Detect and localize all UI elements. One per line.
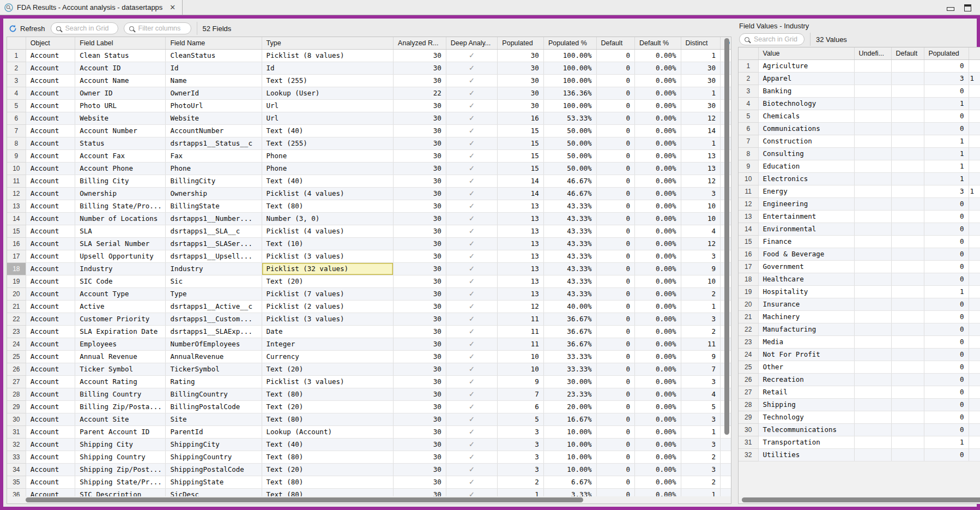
cell-populated[interactable]: 13 bbox=[498, 275, 544, 287]
cell-undefined[interactable] bbox=[854, 411, 891, 423]
cell-default-pct[interactable]: 0.00% bbox=[634, 62, 681, 74]
cell-default-pct[interactable]: 0.00% bbox=[634, 162, 681, 175]
cell-type[interactable]: Text (80) bbox=[262, 476, 394, 488]
cell-field-name[interactable]: dsrtapps1__Status__c bbox=[166, 137, 262, 149]
cell-deep-analyzed[interactable]: ✓ bbox=[446, 237, 498, 250]
cell-deep-analyzed[interactable]: ✓ bbox=[446, 187, 498, 200]
cell-populated-pct[interactable]: 53.33% bbox=[543, 112, 596, 124]
cell-object[interactable]: Account bbox=[26, 476, 75, 488]
cell-field-label[interactable]: Billing Zip/Posta... bbox=[75, 400, 166, 413]
cell-distinct[interactable]: 11 bbox=[681, 338, 720, 350]
column-header-Populated[interactable]: Populated bbox=[498, 37, 544, 49]
cell-field-label[interactable]: Ownership bbox=[75, 187, 166, 200]
cell-populated[interactable]: 2 bbox=[498, 476, 544, 488]
cell-deep-analyzed[interactable]: ✓ bbox=[446, 338, 498, 350]
row-number[interactable]: 1 bbox=[7, 49, 26, 62]
cell-default[interactable] bbox=[891, 411, 924, 423]
cell-populated-pct-cut[interactable]: 1 bbox=[969, 72, 980, 85]
cell-distinct[interactable]: 4 bbox=[681, 225, 720, 237]
cell-analyzed-rows[interactable]: 30 bbox=[394, 200, 446, 212]
row-number[interactable]: 6 bbox=[739, 122, 758, 135]
cell-populated[interactable]: 0 bbox=[924, 260, 969, 273]
cell-default[interactable]: 0 bbox=[596, 162, 634, 175]
cell-value[interactable]: Food & Beverage bbox=[758, 248, 854, 260]
cell-value[interactable]: Recreation bbox=[758, 373, 854, 386]
cell-default-pct[interactable]: 0.00% bbox=[634, 225, 681, 237]
cell-distinct[interactable]: 9 bbox=[681, 350, 720, 363]
row-number[interactable]: 8 bbox=[739, 147, 758, 160]
cell-field-name[interactable]: NumberOfEmployees bbox=[166, 338, 262, 350]
cell-populated-pct-cut[interactable] bbox=[969, 310, 980, 323]
cell-populated-pct[interactable]: 100.00% bbox=[543, 62, 596, 74]
cell-deep-analyzed[interactable]: ✓ bbox=[446, 62, 498, 74]
cell-deep-analyzed[interactable]: ✓ bbox=[446, 400, 498, 413]
cell-deep-analyzed[interactable]: ✓ bbox=[446, 350, 498, 363]
cell-undefined[interactable] bbox=[854, 85, 891, 97]
cell-default[interactable]: 0 bbox=[596, 99, 634, 112]
cell-analyzed-rows[interactable]: 30 bbox=[394, 438, 446, 451]
cell-field-name[interactable]: Type bbox=[166, 287, 262, 300]
cell-undefined[interactable] bbox=[854, 298, 891, 310]
cell-default-pct[interactable]: 0.00% bbox=[634, 49, 681, 62]
cell-default-pct[interactable]: 0.00% bbox=[634, 237, 681, 250]
cell-default[interactable] bbox=[891, 110, 924, 122]
cell-field-name[interactable]: Website bbox=[166, 112, 262, 124]
row-number[interactable]: 4 bbox=[7, 87, 26, 99]
refresh-button[interactable]: Refresh bbox=[9, 25, 45, 33]
cell-populated-pct[interactable]: 36.67% bbox=[543, 338, 596, 350]
cell-field-label[interactable]: Photo URL bbox=[75, 99, 166, 112]
cell-populated-pct[interactable]: 43.33% bbox=[543, 212, 596, 225]
cell-object[interactable]: Account bbox=[26, 400, 75, 413]
cell-analyzed-rows[interactable]: 30 bbox=[394, 463, 446, 476]
cell-field-label[interactable]: Clean Status bbox=[75, 49, 166, 62]
cell-default-pct[interactable]: 0.00% bbox=[634, 149, 681, 162]
cell-analyzed-rows[interactable]: 30 bbox=[394, 350, 446, 363]
cell-deep-analyzed[interactable]: ✓ bbox=[446, 300, 498, 313]
cell-distinct[interactable]: 3 bbox=[681, 250, 720, 262]
cell-populated[interactable]: 3 bbox=[498, 463, 544, 476]
cell-populated[interactable]: 16 bbox=[498, 112, 544, 124]
cell-analyzed-rows[interactable]: 30 bbox=[394, 212, 446, 225]
cell-default[interactable] bbox=[891, 348, 924, 361]
row-number[interactable]: 17 bbox=[739, 260, 758, 273]
cell-field-name[interactable]: TickerSymbol bbox=[166, 363, 262, 375]
cell-object[interactable]: Account bbox=[26, 300, 75, 313]
cell-default[interactable]: 0 bbox=[596, 225, 634, 237]
cell-populated[interactable]: 7 bbox=[498, 388, 544, 400]
row-number[interactable]: 16 bbox=[7, 237, 26, 250]
cell-populated[interactable]: 30 bbox=[498, 49, 544, 62]
cell-type[interactable]: Text (20) bbox=[262, 363, 394, 375]
cell-default[interactable] bbox=[891, 335, 924, 348]
column-header-Default %[interactable]: Default % bbox=[634, 37, 681, 49]
cell-field-name[interactable]: Industry bbox=[166, 262, 262, 275]
cell-default[interactable] bbox=[891, 323, 924, 335]
cell-analyzed-rows[interactable]: 30 bbox=[394, 338, 446, 350]
cell-default[interactable] bbox=[891, 398, 924, 411]
cell-default[interactable]: 0 bbox=[596, 413, 634, 425]
cell-value[interactable]: Finance bbox=[758, 235, 854, 248]
row-number[interactable]: 27 bbox=[739, 386, 758, 398]
cell-type[interactable]: Number (3, 0) bbox=[262, 212, 394, 225]
cell-default-pct[interactable]: 0.00% bbox=[634, 250, 681, 262]
cell-populated-pct-cut[interactable] bbox=[969, 423, 980, 436]
cell-distinct[interactable]: 1 bbox=[681, 425, 720, 438]
cell-undefined[interactable] bbox=[854, 361, 891, 373]
cell-default[interactable] bbox=[891, 59, 924, 72]
row-number[interactable]: 26 bbox=[739, 373, 758, 386]
cell-distinct[interactable]: 5 bbox=[681, 400, 720, 413]
cell-field-name[interactable]: ShippingPostalCode bbox=[166, 463, 262, 476]
cell-populated-pct[interactable]: 46.67% bbox=[543, 175, 596, 187]
cell-deep-analyzed[interactable]: ✓ bbox=[446, 275, 498, 287]
cell-distinct[interactable]: 10 bbox=[681, 200, 720, 212]
cell-analyzed-rows[interactable]: 30 bbox=[394, 49, 446, 62]
cell-populated-pct-cut[interactable] bbox=[969, 373, 980, 386]
row-number[interactable]: 12 bbox=[7, 187, 26, 200]
cell-default[interactable]: 0 bbox=[596, 425, 634, 438]
cell-value[interactable]: Healthcare bbox=[758, 273, 854, 285]
cell-default[interactable] bbox=[891, 248, 924, 260]
column-header-Default[interactable]: Default bbox=[596, 37, 634, 49]
cell-distinct[interactable]: 10 bbox=[681, 275, 720, 287]
row-number[interactable]: 24 bbox=[739, 348, 758, 361]
row-number[interactable]: 6 bbox=[7, 112, 26, 124]
maximize-icon[interactable] bbox=[964, 4, 971, 11]
